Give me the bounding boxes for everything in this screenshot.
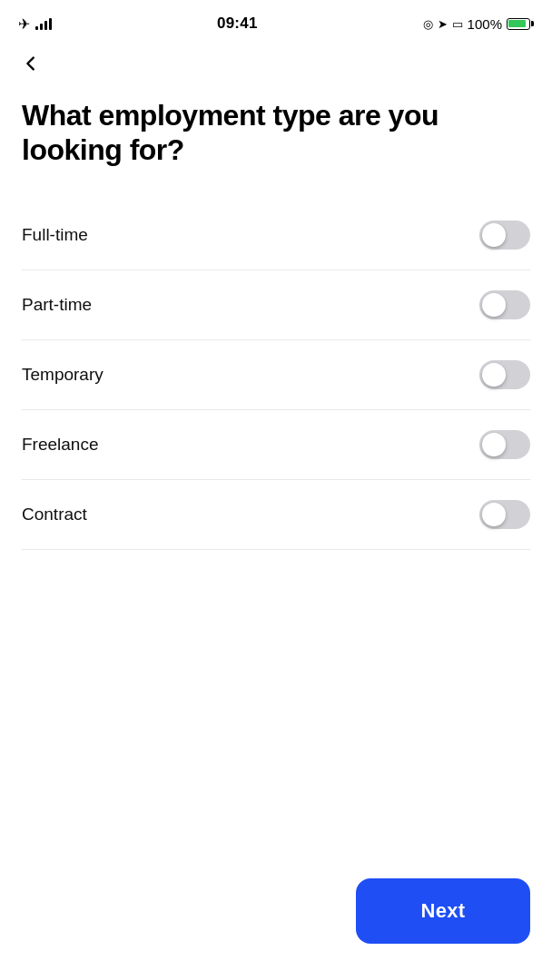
option-label-full-time: Full-time <box>22 225 88 245</box>
status-left: ✈ <box>18 15 52 33</box>
option-label-part-time: Part-time <box>22 295 92 315</box>
toggle-full-time[interactable] <box>479 220 530 250</box>
battery-percent: 100% <box>468 16 502 32</box>
airplane-icon: ✈ <box>18 15 30 33</box>
back-button-area <box>0 44 552 83</box>
battery-fill <box>508 20 526 27</box>
option-label-temporary: Temporary <box>22 365 104 385</box>
main-content: What employment type are you looking for… <box>0 83 552 860</box>
toggle-knob-freelance <box>482 433 506 456</box>
battery-body <box>507 18 530 30</box>
toggle-knob-temporary <box>482 363 506 387</box>
option-row-freelance: Freelance <box>22 410 530 480</box>
screen-icon: ▭ <box>452 17 463 31</box>
status-bar: ✈ 09:41 ◎ ➤ ▭ 100% <box>0 0 552 44</box>
toggle-knob-full-time <box>482 223 506 247</box>
battery-icon <box>507 18 534 30</box>
toggle-knob-contract <box>482 503 506 526</box>
next-button[interactable]: Next <box>356 878 530 944</box>
option-row-contract: Contract <box>22 480 530 550</box>
page-title: What employment type are you looking for… <box>22 98 530 168</box>
signal-bar-1 <box>35 26 38 30</box>
toggle-freelance[interactable] <box>479 430 530 459</box>
option-row-full-time: Full-time <box>22 201 530 270</box>
bottom-area: Next <box>0 860 552 980</box>
location-icon: ◎ <box>423 17 433 31</box>
options-list: Full-timePart-timeTemporaryFreelanceCont… <box>22 201 530 550</box>
option-label-contract: Contract <box>22 505 87 524</box>
status-time: 09:41 <box>217 15 257 33</box>
back-button[interactable] <box>18 51 44 76</box>
toggle-part-time[interactable] <box>479 290 530 319</box>
option-row-part-time: Part-time <box>22 270 530 340</box>
back-arrow-icon <box>21 54 41 74</box>
direction-icon: ➤ <box>438 17 448 31</box>
signal-bars <box>35 17 52 30</box>
toggle-contract[interactable] <box>479 500 530 529</box>
status-right: ◎ ➤ ▭ 100% <box>423 16 534 32</box>
toggle-temporary[interactable] <box>479 360 530 389</box>
toggle-knob-part-time <box>482 293 506 317</box>
option-label-freelance: Freelance <box>22 435 99 455</box>
signal-bar-2 <box>40 24 43 30</box>
signal-bar-3 <box>44 21 47 30</box>
battery-tip <box>531 21 534 26</box>
signal-bar-4 <box>49 18 52 30</box>
option-row-temporary: Temporary <box>22 340 530 410</box>
